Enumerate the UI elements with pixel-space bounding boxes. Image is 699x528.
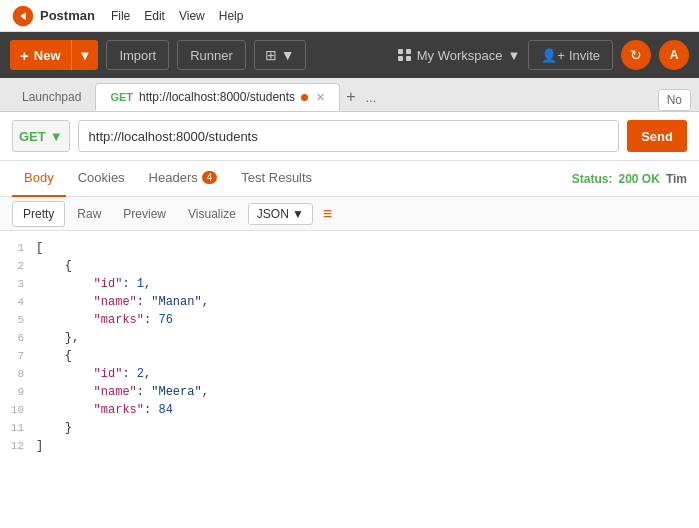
- code-line-6: 6 },: [0, 329, 699, 347]
- status-prefix: Status:: [572, 172, 613, 186]
- no-environment-selector[interactable]: No: [658, 89, 691, 111]
- runner-button[interactable]: Runner: [177, 40, 246, 70]
- tab-launchpad[interactable]: Launchpad: [8, 83, 95, 111]
- code-line-8: 8 "id": 2,: [0, 365, 699, 383]
- app-logo: Postman: [12, 5, 95, 27]
- no-env-label: No: [667, 93, 682, 107]
- request-bar: GET ▼ Send: [0, 112, 699, 161]
- response-body-code: 1 [ 2 { 3 "id": 1, 4 "name": "Manan", 5 …: [0, 231, 699, 528]
- tab-active-request[interactable]: GET http://localhost:8000/students ✕: [95, 83, 340, 111]
- tab-headers-label: Headers: [149, 170, 198, 185]
- code-line-7: 7 {: [0, 347, 699, 365]
- code-line-9: 9 "name": "Meera",: [0, 383, 699, 401]
- invite-person-icon: 👤+: [541, 48, 565, 63]
- sync-icon: ↻: [630, 47, 642, 63]
- postman-logo-icon: [12, 5, 34, 27]
- app-title: Postman: [40, 8, 95, 23]
- layout-dropdown: ▼: [281, 47, 295, 63]
- title-bar: Postman File Edit View Help: [0, 0, 699, 32]
- format-type-dropdown-icon: ▼: [292, 207, 304, 221]
- invite-button[interactable]: 👤+ Invite: [528, 40, 613, 70]
- tab-request-url: http://localhost:8000/students: [139, 90, 295, 104]
- status-value: 200 OK: [619, 172, 660, 186]
- code-line-2: 2 {: [0, 257, 699, 275]
- code-line-1: 1 [: [0, 239, 699, 257]
- menu-bar: File Edit View Help: [111, 9, 244, 23]
- tab-body-label: Body: [24, 170, 54, 185]
- response-tabs: Body Cookies Headers 4 Test Results Stat…: [0, 161, 699, 197]
- layout-icon: ⊞: [265, 47, 277, 63]
- word-wrap-icon[interactable]: ≡: [323, 205, 332, 223]
- tab-add-button[interactable]: +: [340, 83, 361, 111]
- workspace-icon: [398, 49, 412, 61]
- code-line-10: 10 "marks": 84: [0, 401, 699, 419]
- send-button[interactable]: Send: [627, 120, 687, 152]
- tab-unsaved-dot: [301, 94, 308, 101]
- response-status: Status: 200 OK Tim: [572, 172, 687, 186]
- url-input[interactable]: [78, 120, 620, 152]
- user-avatar[interactable]: A: [659, 40, 689, 70]
- fmt-preview[interactable]: Preview: [113, 202, 176, 226]
- sync-button[interactable]: ↻: [621, 40, 651, 70]
- code-line-5: 5 "marks": 76: [0, 311, 699, 329]
- fmt-visualize[interactable]: Visualize: [178, 202, 246, 226]
- menu-file[interactable]: File: [111, 9, 130, 23]
- layout-button[interactable]: ⊞ ▼: [254, 40, 306, 70]
- runner-label: Runner: [190, 48, 233, 63]
- fmt-preview-label: Preview: [123, 207, 166, 221]
- new-dropdown-arrow[interactable]: ▼: [72, 40, 99, 70]
- new-button-main[interactable]: + New: [10, 40, 72, 70]
- tab-body[interactable]: Body: [12, 161, 66, 197]
- headers-count-badge: 4: [202, 171, 218, 184]
- fmt-raw[interactable]: Raw: [67, 202, 111, 226]
- workspace-button[interactable]: My Workspace ▼: [398, 40, 521, 70]
- tab-test-results[interactable]: Test Results: [229, 161, 324, 197]
- new-icon: +: [20, 47, 29, 64]
- format-type-selector[interactable]: JSON ▼: [248, 203, 313, 225]
- avatar-text: A: [670, 48, 679, 62]
- method-value: GET: [19, 129, 46, 144]
- workspace-dropdown-icon: ▼: [507, 48, 520, 63]
- method-dropdown-icon: ▼: [50, 129, 63, 144]
- fmt-pretty-label: Pretty: [23, 207, 54, 221]
- tab-headers[interactable]: Headers 4: [137, 161, 230, 197]
- new-button[interactable]: + New ▼: [10, 40, 98, 70]
- invite-label: Invite: [569, 48, 600, 63]
- tab-more-button[interactable]: ...: [361, 83, 380, 111]
- tab-test-results-label: Test Results: [241, 170, 312, 185]
- import-button[interactable]: Import: [106, 40, 169, 70]
- tab-bar: Launchpad GET http://localhost:8000/stud…: [0, 78, 699, 112]
- tab-cookies-label: Cookies: [78, 170, 125, 185]
- format-type-label: JSON: [257, 207, 289, 221]
- format-tabs: Pretty Raw Preview Visualize JSON ▼ ≡: [0, 197, 699, 231]
- tab-close-button[interactable]: ✕: [316, 91, 325, 104]
- code-line-11: 11 }: [0, 419, 699, 437]
- menu-help[interactable]: Help: [219, 9, 244, 23]
- import-label: Import: [119, 48, 156, 63]
- menu-edit[interactable]: Edit: [144, 9, 165, 23]
- tab-launchpad-label: Launchpad: [22, 90, 81, 104]
- code-line-3: 3 "id": 1,: [0, 275, 699, 293]
- method-selector[interactable]: GET ▼: [12, 120, 70, 152]
- code-line-4: 4 "name": "Manan",: [0, 293, 699, 311]
- toolbar: + New ▼ Import Runner ⊞ ▼ My Workspace ▼…: [0, 32, 699, 78]
- code-line-12: 12 ]: [0, 437, 699, 455]
- fmt-pretty[interactable]: Pretty: [12, 201, 65, 227]
- new-label: New: [34, 48, 61, 63]
- fmt-raw-label: Raw: [77, 207, 101, 221]
- menu-view[interactable]: View: [179, 9, 205, 23]
- workspace-label: My Workspace: [417, 48, 503, 63]
- fmt-visualize-label: Visualize: [188, 207, 236, 221]
- time-prefix: Tim: [666, 172, 687, 186]
- tab-request-method: GET: [110, 91, 133, 103]
- tab-cookies[interactable]: Cookies: [66, 161, 137, 197]
